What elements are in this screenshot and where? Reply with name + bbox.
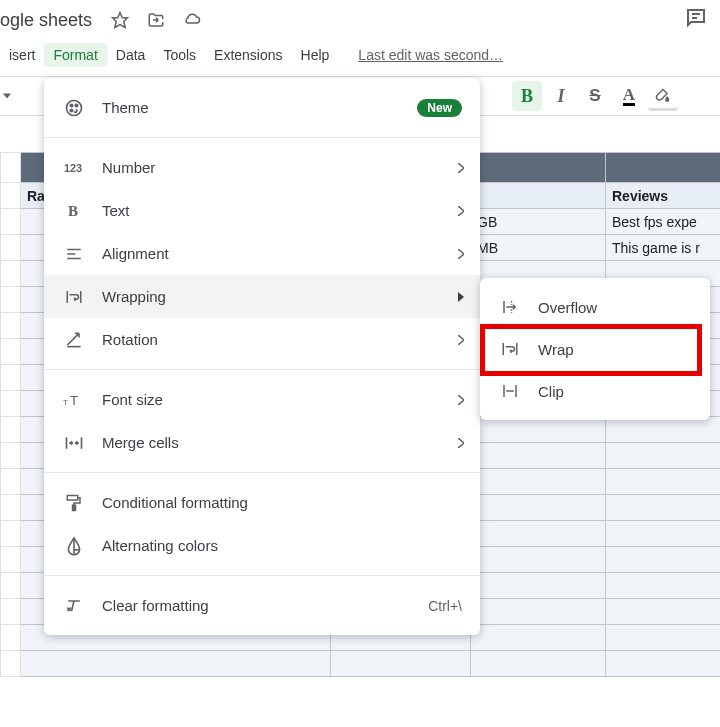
submenu-clip[interactable]: Clip [480, 370, 710, 412]
svg-text:T: T [63, 397, 68, 406]
wrap-icon [498, 337, 522, 361]
chevron-right-icon [458, 249, 464, 259]
svg-rect-18 [73, 505, 76, 510]
column-header[interactable] [471, 153, 606, 183]
cell[interactable]: This game is r [606, 235, 721, 261]
comment-history-icon[interactable] [684, 6, 708, 30]
menu-separator [44, 137, 480, 138]
menu-insert[interactable]: isert [0, 43, 44, 67]
strikethrough-button[interactable]: S [580, 81, 610, 111]
svg-point-4 [70, 104, 73, 107]
menu-text[interactable]: B Text [44, 189, 480, 232]
menu-extensions[interactable]: Extensions [205, 43, 291, 67]
theme-icon [62, 96, 86, 120]
text-color-button[interactable]: A [614, 81, 644, 111]
submenu-wrap[interactable]: Wrap [480, 328, 710, 370]
star-icon[interactable] [110, 10, 130, 30]
overflow-icon [498, 295, 522, 319]
clear-format-icon [62, 594, 86, 618]
cell[interactable]: Best fps expe [606, 209, 721, 235]
menu-label: Rotation [102, 331, 462, 348]
align-left-icon [62, 242, 86, 266]
menu-rotation[interactable]: Rotation [44, 318, 480, 361]
menu-label: Wrap [538, 341, 692, 358]
menu-label: Theme [102, 99, 417, 116]
rotation-icon [62, 328, 86, 352]
menu-label: Clip [538, 383, 692, 400]
menu-label: Text [102, 202, 462, 219]
menu-label: Font size [102, 391, 462, 408]
format-menu-dropdown: Theme New 123 Number B Text Alignment [44, 78, 480, 635]
menu-label: Number [102, 159, 462, 176]
paint-roller-icon [62, 491, 86, 515]
menu-merge-cells[interactable]: Merge cells [44, 421, 480, 464]
menu-label: Conditional formatting [102, 494, 462, 511]
bold-icon: B [62, 199, 86, 223]
svg-text:T: T [70, 392, 78, 407]
chevron-right-icon [458, 335, 464, 345]
menu-label: Clear formatting [102, 597, 428, 614]
last-edit-link[interactable]: Last edit was second… [358, 47, 503, 63]
svg-text:B: B [68, 203, 78, 219]
menu-font-size[interactable]: TT Font size [44, 378, 480, 421]
chevron-right-icon [458, 163, 464, 173]
chevron-right-icon [458, 438, 464, 448]
svg-text:123: 123 [64, 162, 82, 174]
column-header[interactable] [606, 153, 721, 183]
new-badge: New [417, 99, 462, 117]
menu-theme[interactable]: Theme New [44, 86, 480, 129]
menu-label: Merge cells [102, 434, 462, 451]
menu-wrapping[interactable]: Wrapping [44, 275, 480, 318]
menu-number[interactable]: 123 Number [44, 146, 480, 189]
svg-rect-17 [67, 495, 78, 500]
menu-separator [44, 575, 480, 576]
shortcut-label: Ctrl+\ [428, 598, 462, 614]
menu-clear-formatting[interactable]: Clear formatting Ctrl+\ [44, 584, 480, 627]
svg-point-6 [70, 109, 73, 112]
cell-header[interactable] [471, 183, 606, 209]
toolbar-dropdown-icon[interactable] [0, 92, 14, 100]
menu-label: Overflow [538, 299, 692, 316]
menu-alignment[interactable]: Alignment [44, 232, 480, 275]
menu-label: Alternating colors [102, 537, 462, 554]
submenu-overflow[interactable]: Overflow [480, 286, 710, 328]
svg-point-5 [75, 104, 78, 107]
cell[interactable]: MB [471, 235, 606, 261]
cell-header[interactable]: Reviews [606, 183, 721, 209]
menu-alternating-colors[interactable]: Alternating colors [44, 524, 480, 567]
cloud-status-icon[interactable] [182, 10, 202, 30]
menu-separator [44, 369, 480, 370]
cell[interactable]: GB [471, 209, 606, 235]
merge-icon [62, 431, 86, 455]
droplet-icon [62, 534, 86, 558]
svg-point-3 [67, 100, 82, 115]
fill-color-button[interactable] [648, 81, 678, 111]
chevron-right-icon [458, 395, 464, 405]
menu-label: Alignment [102, 245, 462, 262]
menu-tools[interactable]: Tools [154, 43, 205, 67]
chevron-right-icon [458, 206, 464, 216]
bold-button[interactable]: B [512, 81, 542, 111]
menu-bar: isert Format Data Tools Extensions Help … [0, 40, 720, 70]
wrapping-submenu: Overflow Wrap Clip [480, 278, 710, 420]
menu-format[interactable]: Format [44, 43, 106, 67]
menu-conditional-formatting[interactable]: Conditional formatting [44, 481, 480, 524]
menu-label: Wrapping [102, 288, 462, 305]
italic-button[interactable]: I [546, 81, 576, 111]
number-icon: 123 [62, 156, 86, 180]
svg-marker-0 [113, 13, 128, 28]
menu-separator [44, 472, 480, 473]
title-bar: ogle sheets [0, 0, 720, 40]
wrap-icon [62, 285, 86, 309]
menu-help[interactable]: Help [292, 43, 339, 67]
document-title[interactable]: ogle sheets [0, 10, 92, 31]
font-size-icon: TT [62, 388, 86, 412]
chevron-right-icon [458, 292, 464, 302]
move-folder-icon[interactable] [146, 10, 166, 30]
clip-icon [498, 379, 522, 403]
menu-data[interactable]: Data [107, 43, 155, 67]
